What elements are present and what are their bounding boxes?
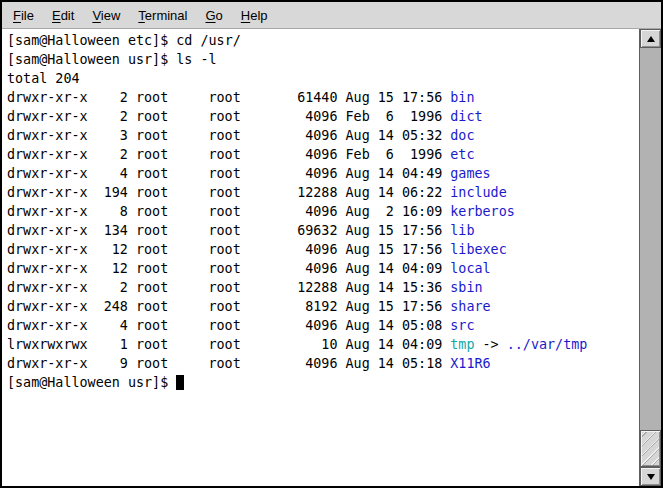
owner: root [136, 335, 209, 354]
file-permissions: drwxr-xr-x [7, 316, 88, 335]
owner: root [136, 240, 209, 259]
file-size: 69632 [241, 221, 338, 240]
symlink-target: ../var/tmp [507, 337, 588, 352]
group: root [209, 259, 241, 278]
terminal-screen[interactable]: [sam@Halloween etc]$ cd /usr/ [sam@Hallo… [2, 29, 639, 486]
ls-row-lib: drwxr-xr-x134rootroot69632Aug 15 17:56li… [7, 221, 639, 240]
menu-go[interactable]: Go [196, 5, 231, 26]
link-count: 194 [88, 183, 128, 202]
scroll-down-arrow-icon [647, 474, 655, 480]
owner: root [136, 278, 209, 297]
owner: root [136, 297, 209, 316]
file-permissions: drwxr-xr-x [7, 259, 88, 278]
file-size: 8192 [241, 297, 338, 316]
command-line-ls: [sam@Halloween usr]$ ls -l [7, 50, 639, 69]
link-count: 2 [88, 278, 128, 297]
link-count: 4 [88, 164, 128, 183]
link-count: 248 [88, 297, 128, 316]
scroll-down-button[interactable] [640, 467, 661, 486]
group: root [209, 202, 241, 221]
modified-date: Aug 14 04:49 [346, 166, 443, 181]
modified-date: Feb 6 1996 [346, 147, 443, 162]
file-size: 12288 [241, 183, 338, 202]
menu-help-label: elp [250, 8, 267, 23]
terminal-cursor [176, 375, 184, 390]
menu-help-mnemonic: H [241, 8, 250, 23]
modified-date: Aug 15 17:56 [346, 242, 443, 257]
file-name: dict [450, 109, 482, 124]
link-count: 1 [88, 335, 128, 354]
ls-row-include: drwxr-xr-x194rootroot12288Aug 14 06:22in… [7, 183, 639, 202]
modified-date: Aug 14 15:36 [346, 280, 443, 295]
file-size: 12288 [241, 278, 338, 297]
owner: root [136, 202, 209, 221]
symlink-arrow: -> [483, 337, 499, 352]
link-count: 134 [88, 221, 128, 240]
modified-date: Aug 14 05:08 [346, 318, 443, 333]
menu-edit[interactable]: Edit [43, 5, 83, 26]
modified-date: Aug 14 05:18 [346, 356, 443, 371]
file-name: games [450, 166, 490, 181]
modified-date: Aug 15 17:56 [346, 90, 443, 105]
group: root [209, 107, 241, 126]
file-size: 10 [241, 335, 338, 354]
command-line-cd: [sam@Halloween etc]$ cd /usr/ [7, 31, 639, 50]
owner: root [136, 145, 209, 164]
menu-file[interactable]: File [4, 5, 43, 26]
ls-row-share: drwxr-xr-x248rootroot8192Aug 15 17:56sha… [7, 297, 639, 316]
file-permissions: drwxr-xr-x [7, 354, 88, 373]
ls-row-libexec: drwxr-xr-x12rootroot4096Aug 15 17:56libe… [7, 240, 639, 259]
menu-view[interactable]: View [83, 5, 129, 26]
modified-date: Aug 15 17:56 [346, 299, 443, 314]
file-name: include [450, 185, 506, 200]
file-name: sbin [450, 280, 482, 295]
modified-date: Aug 14 06:22 [346, 185, 443, 200]
file-permissions: drwxr-xr-x [7, 145, 88, 164]
ls-row-tmp: lrwxrwxrwx1rootroot10Aug 14 04:09tmp->..… [7, 335, 639, 354]
file-permissions: drwxr-xr-x [7, 240, 88, 259]
modified-date: Aug 14 04:09 [346, 337, 443, 352]
group: root [209, 126, 241, 145]
file-permissions: drwxr-xr-x [7, 88, 88, 107]
file-name: doc [450, 128, 474, 143]
file-permissions: drwxr-xr-x [7, 126, 88, 145]
file-size: 4096 [241, 126, 338, 145]
prompt-line: [sam@Halloween usr]$ [7, 373, 639, 392]
group: root [209, 88, 241, 107]
ls-row-games: drwxr-xr-x4rootroot4096Aug 14 04:49games [7, 164, 639, 183]
scrollbar-thumb[interactable] [640, 430, 661, 467]
group: root [209, 278, 241, 297]
ls-row-doc: drwxr-xr-x3rootroot4096Aug 14 05:32doc [7, 126, 639, 145]
ls-row-local: drwxr-xr-x12rootroot4096Aug 14 04:09loca… [7, 259, 639, 278]
group: root [209, 221, 241, 240]
file-name: bin [450, 90, 474, 105]
group: root [209, 297, 241, 316]
file-permissions: drwxr-xr-x [7, 278, 88, 297]
modified-date: Aug 15 17:56 [346, 223, 443, 238]
menu-edit-label: dit [61, 8, 75, 23]
file-size: 61440 [241, 88, 338, 107]
group: root [209, 145, 241, 164]
link-count: 2 [88, 88, 128, 107]
scroll-up-button[interactable] [640, 29, 661, 48]
file-size: 4096 [241, 164, 338, 183]
scroll-up-arrow-icon [647, 36, 655, 42]
scrollbar-track[interactable] [640, 48, 661, 467]
file-permissions: drwxr-xr-x [7, 107, 88, 126]
vertical-scrollbar[interactable] [639, 29, 661, 486]
owner: root [136, 354, 209, 373]
menu-terminal-label: erminal [145, 8, 188, 23]
link-count: 12 [88, 259, 128, 278]
ls-row-kerberos: drwxr-xr-x8rootroot4096Aug 2 16:09kerber… [7, 202, 639, 221]
owner: root [136, 88, 209, 107]
group: root [209, 240, 241, 259]
link-count: 4 [88, 316, 128, 335]
menu-help[interactable]: Help [232, 5, 277, 26]
menu-go-mnemonic: G [205, 8, 215, 23]
file-size: 4096 [241, 107, 338, 126]
group: root [209, 316, 241, 335]
file-name: local [450, 261, 490, 276]
menu-view-mnemonic: V [92, 8, 100, 23]
menu-terminal[interactable]: Terminal [129, 5, 196, 26]
file-name: kerberos [450, 204, 515, 219]
